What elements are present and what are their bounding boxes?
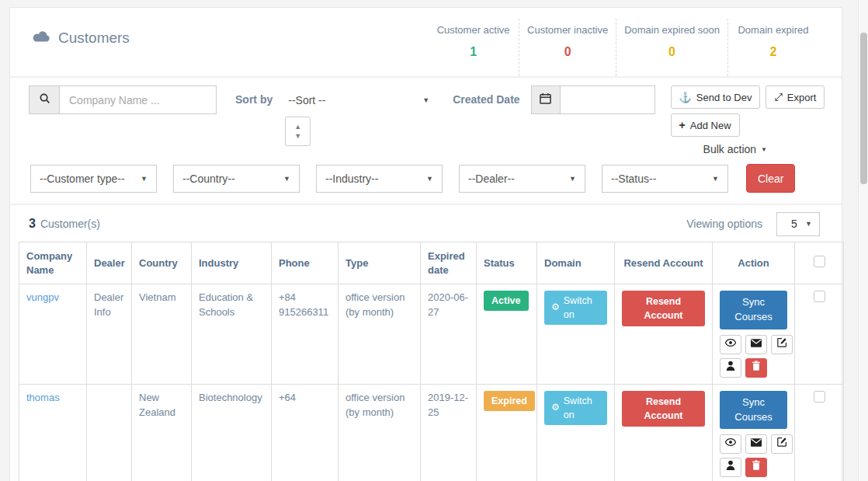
clear-filters-button[interactable]: Clear <box>746 164 795 193</box>
col-select <box>795 242 844 284</box>
cell-phone: +64 <box>272 384 339 481</box>
sort-down-icon: ▼ <box>294 133 301 140</box>
row-checkbox[interactable] <box>814 291 825 302</box>
stat-value: 0 <box>527 45 608 59</box>
stat-label: Customer active <box>436 23 511 38</box>
cell-select <box>795 384 844 481</box>
col-domain: Domain <box>537 242 615 284</box>
created-date-input[interactable] <box>561 85 655 114</box>
customer-count-label: Customer(s) <box>40 218 100 230</box>
delete-icon <box>752 460 761 475</box>
stat-value: 2 <box>736 45 811 59</box>
customer-type-select[interactable]: --Customer type-- ▼ <box>30 165 157 193</box>
dealer-select[interactable]: --Dealer-- ▼ <box>459 165 585 193</box>
status-badge: Active <box>484 291 529 311</box>
stat-label: Domain expired <box>736 23 811 38</box>
cell-country: Vietnam <box>132 284 192 385</box>
page-size-select[interactable]: 5 ▼ <box>776 212 820 236</box>
cloud-icon <box>32 30 50 47</box>
sort-by-label: Sort by <box>235 93 273 155</box>
stat-value: 1 <box>436 45 511 59</box>
sort-column: --Sort -- ▼ ▲ ▼ <box>285 85 432 155</box>
country-value: --Country-- <box>182 173 235 185</box>
company-link[interactable]: thomas <box>26 392 60 403</box>
select-all-checkbox[interactable] <box>814 256 825 267</box>
country-select[interactable]: --Country-- ▼ <box>173 165 300 193</box>
resend-account-button[interactable]: Resend Account <box>622 391 705 427</box>
cell-dealer: Dealer Info <box>87 284 132 385</box>
toolbar-button-row: ⚓ Send to Dev ⤢ Export <box>671 85 814 109</box>
search-group <box>29 85 217 114</box>
view-button[interactable] <box>720 434 741 454</box>
caret-down-icon: ▼ <box>805 220 812 228</box>
add-new-button[interactable]: + Add New <box>671 113 740 137</box>
edit-icon <box>777 437 787 451</box>
resend-account-button[interactable]: Resend Account <box>622 291 705 326</box>
gear-icon: ⚙ <box>551 401 560 414</box>
row-checkbox[interactable] <box>814 391 825 403</box>
email-button[interactable] <box>745 434 767 454</box>
stat-value: 0 <box>624 45 720 59</box>
delete-button[interactable] <box>745 458 767 477</box>
cell-status: Expired <box>477 384 537 481</box>
status-select[interactable]: --Status-- ▼ <box>602 165 728 193</box>
export-button[interactable]: ⤢ Export <box>766 85 825 109</box>
cell-domain: ⚙ Switch on <box>537 384 615 481</box>
email-icon <box>751 437 762 451</box>
page-title-wrap: Customers <box>32 25 130 51</box>
cell-domain: ⚙ Switch on <box>537 284 615 385</box>
cell-dealer <box>87 384 132 481</box>
industry-value: --Industry-- <box>325 173 378 185</box>
cell-industry: Education & Schools <box>192 284 272 385</box>
viewing-options: Viewing options 5 ▼ <box>686 212 820 236</box>
switch-on-button[interactable]: ⚙ Switch on <box>544 291 607 325</box>
delete-button[interactable] <box>745 358 767 378</box>
col-resend-account: Resend Account <box>615 242 713 284</box>
sort-direction-stepper[interactable]: ▲ ▼ <box>285 117 311 146</box>
send-to-dev-button[interactable]: ⚓ Send to Dev <box>671 85 761 109</box>
customer-count: 3 <box>29 217 36 231</box>
created-date-area: Created Date <box>453 85 654 155</box>
caret-down-icon: ▼ <box>426 175 433 183</box>
export-arrows-icon: ⤢ <box>774 91 782 103</box>
calendar-button[interactable] <box>531 85 561 114</box>
cell-company: vungpv <box>19 284 87 385</box>
col-country: Country <box>132 242 192 284</box>
col-industry: Industry <box>192 242 272 284</box>
vertical-scrollbar[interactable] <box>858 0 868 481</box>
switch-on-label: Switch on <box>564 294 600 322</box>
col-dealer: Dealer <box>87 242 132 284</box>
view-button[interactable] <box>720 335 741 354</box>
user-button[interactable] <box>720 358 741 378</box>
send-to-dev-label: Send to Dev <box>696 92 752 103</box>
caret-down-icon: ▼ <box>422 96 429 104</box>
edit-button[interactable] <box>771 335 793 354</box>
stat-label: Customer inactive <box>527 23 608 38</box>
cell-country: New Zealand <box>132 384 192 481</box>
table-header-row: Company Name Dealer Country Industry Pho… <box>19 242 844 284</box>
sort-select[interactable]: --Sort -- ▼ <box>285 85 432 114</box>
row-action-icons <box>720 335 794 378</box>
toolbar-actions: ⚓ Send to Dev ⤢ Export + Add New Bulk ac… <box>671 85 814 155</box>
company-name-search-input[interactable] <box>60 85 217 114</box>
user-icon <box>726 460 735 475</box>
company-link[interactable]: vungpv <box>26 291 59 303</box>
switch-on-button[interactable]: ⚙ Switch on <box>544 391 607 425</box>
sort-select-value: --Sort -- <box>288 94 325 106</box>
search-button[interactable] <box>29 85 60 114</box>
sync-courses-button[interactable]: Sync Courses <box>720 291 787 329</box>
user-button[interactable] <box>720 458 741 477</box>
toolbar: Sort by --Sort -- ▼ ▲ ▼ Created Date <box>10 78 842 155</box>
status-badge: Expired <box>484 391 535 411</box>
col-expired-date: Expired date <box>421 242 477 284</box>
stat-customer-active: Customer active 1 <box>428 19 519 76</box>
email-button[interactable] <box>745 335 767 354</box>
cell-resend: Resend Account <box>615 284 713 385</box>
industry-select[interactable]: --Industry-- ▼ <box>316 165 443 193</box>
bulk-action-dropdown[interactable]: Bulk action ▼ <box>703 143 767 155</box>
scrollbar-thumb[interactable] <box>860 33 867 184</box>
sync-courses-button[interactable]: Sync Courses <box>720 391 787 430</box>
edit-button[interactable] <box>771 434 793 454</box>
customers-table-wrap: Company Name Dealer Country Industry Pho… <box>19 242 833 481</box>
cell-industry: Biotechnology <box>192 384 272 481</box>
